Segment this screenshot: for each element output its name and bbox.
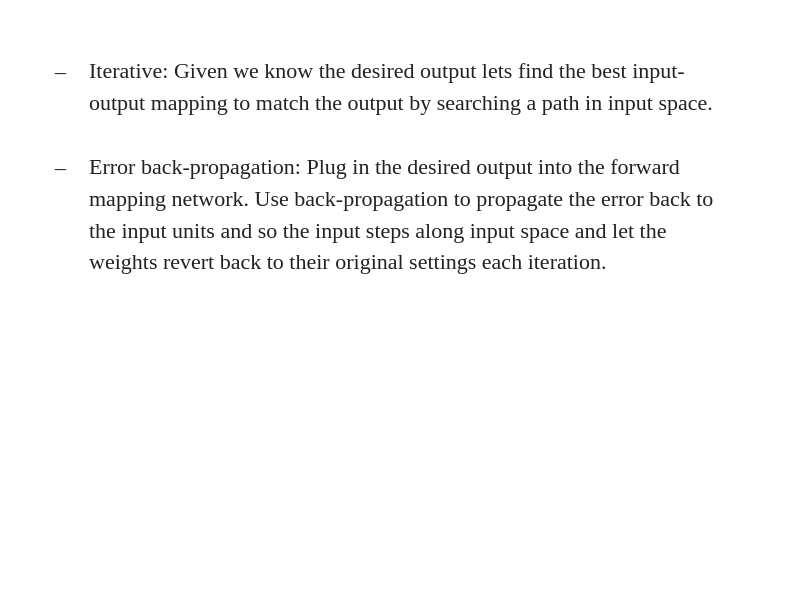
bullet-text-backprop: Error back-propagation: Plug in the desi… — [89, 151, 734, 279]
bullet-item-iterative: – Iterative: Given we know the desired o… — [55, 55, 734, 119]
bullet-text-iterative: Iterative: Given we know the desired out… — [89, 55, 734, 119]
bullet-dash-backprop: – — [55, 151, 73, 184]
bullet-dash-iterative: – — [55, 55, 73, 88]
slide-container: – Iterative: Given we know the desired o… — [0, 0, 794, 595]
bullet-item-backprop: – Error back-propagation: Plug in the de… — [55, 151, 734, 279]
